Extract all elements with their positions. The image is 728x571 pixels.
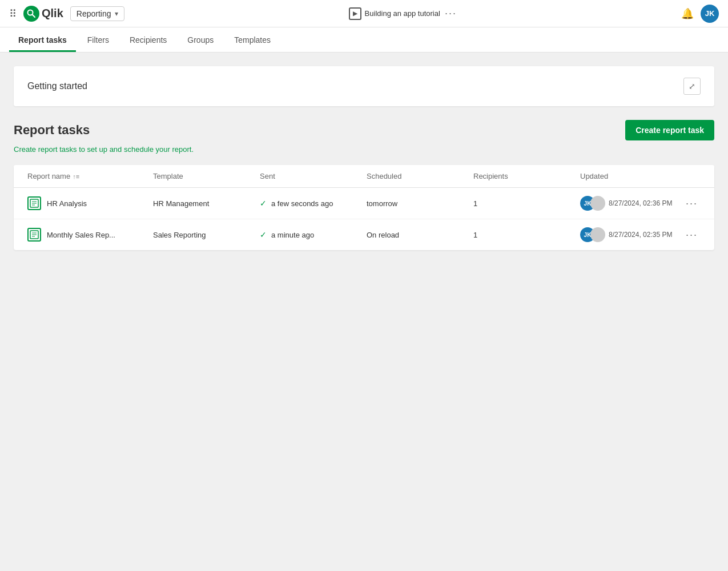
- tab-templates[interactable]: Templates: [225, 29, 280, 52]
- check-icon: ✓: [260, 199, 267, 208]
- sent-text: a minute ago: [271, 231, 314, 239]
- report-name-cell: HR Analysis: [23, 188, 148, 218]
- recipients-cell: 1: [469, 191, 576, 216]
- col-header-actions: [682, 165, 705, 187]
- table-header: Report name ↑≡ Template Sent Scheduled R…: [14, 165, 714, 188]
- nav-right: 🔔 JK: [681, 5, 719, 23]
- sent-cell: ✓ a minute ago: [255, 222, 362, 247]
- getting-started-title: Getting started: [27, 81, 87, 91]
- row-actions: ···: [682, 191, 705, 216]
- svg-line-1: [33, 14, 35, 17]
- qlik-logo-circle: [23, 6, 39, 22]
- tab-recipients[interactable]: Recipients: [120, 29, 176, 52]
- tab-filters[interactable]: Filters: [78, 29, 118, 52]
- update-date: 8/27/2024, 02:36 PM: [609, 199, 672, 207]
- avatar-secondary: [590, 227, 605, 242]
- tutorial-label: Building an app tutorial: [365, 9, 440, 18]
- sort-icon[interactable]: ↑≡: [73, 173, 79, 180]
- col-header-sent: Sent: [255, 165, 362, 187]
- section-header: Report tasks Create report task: [14, 120, 714, 140]
- main-content: Getting started ⤢ Report tasks Create re…: [0, 53, 728, 264]
- more-options-button[interactable]: ···: [445, 7, 457, 19]
- section-subtitle: Create report tasks to set up and schedu…: [14, 145, 714, 154]
- getting-started-card: Getting started ⤢: [14, 66, 714, 106]
- check-icon: ✓: [260, 230, 267, 239]
- chevron-down-icon: ▾: [115, 10, 118, 18]
- app-selector-label: Reporting: [77, 9, 111, 18]
- row-more-button[interactable]: ···: [682, 227, 701, 243]
- tab-groups[interactable]: Groups: [178, 29, 223, 52]
- col-header-recipients: Recipients: [469, 165, 576, 187]
- template-cell: HR Management: [148, 191, 255, 216]
- row-more-button[interactable]: ···: [682, 195, 701, 212]
- update-date: 8/27/2024, 02:35 PM: [609, 231, 672, 239]
- col-header-updated: Updated: [576, 165, 682, 187]
- grid-icon[interactable]: ⠿: [9, 7, 17, 20]
- report-icon: [27, 228, 41, 242]
- col-header-scheduled: Scheduled: [362, 165, 469, 187]
- scheduled-cell: On reload: [362, 223, 469, 247]
- update-info: 8/27/2024, 02:36 PM: [609, 199, 672, 207]
- app-selector[interactable]: Reporting ▾: [70, 6, 124, 21]
- avatar-group: JK: [580, 196, 605, 211]
- report-tasks-table: Report name ↑≡ Template Sent Scheduled R…: [14, 165, 714, 250]
- table-row: HR Analysis HR Management ✓ a few second…: [14, 188, 714, 219]
- report-name-text: HR Analysis: [47, 199, 87, 208]
- sent-cell: ✓ a few seconds ago: [255, 191, 362, 216]
- tutorial-badge: ▶ Building an app tutorial: [349, 7, 440, 20]
- scheduled-cell: tomorrow: [362, 191, 469, 216]
- page-title: Report tasks: [14, 123, 90, 138]
- col-header-template: Template: [148, 165, 255, 187]
- template-cell: Sales Reporting: [148, 223, 255, 247]
- avatar-secondary: [590, 196, 605, 211]
- row-actions: ···: [682, 222, 705, 248]
- top-navigation: ⠿ Qlik Reporting ▾ ▶ Building an app tut…: [0, 0, 728, 27]
- tab-report-tasks[interactable]: Report tasks: [9, 29, 76, 52]
- tab-navigation: Report tasks Filters Recipients Groups T…: [0, 27, 728, 53]
- avatar-group: JK: [580, 227, 605, 242]
- report-name-text: Monthly Sales Rep...: [47, 231, 115, 239]
- expand-button[interactable]: ⤢: [683, 78, 701, 95]
- report-icon: [27, 196, 41, 210]
- qlik-wordmark: Qlik: [42, 7, 63, 20]
- report-name-cell: Monthly Sales Rep...: [23, 220, 148, 250]
- create-report-task-button[interactable]: Create report task: [625, 120, 714, 140]
- updated-cell: JK 8/27/2024, 02:35 PM: [576, 219, 682, 250]
- col-header-report-name: Report name ↑≡: [23, 165, 148, 187]
- table-row: Monthly Sales Rep... Sales Reporting ✓ a…: [14, 219, 714, 250]
- nav-center: ▶ Building an app tutorial ···: [131, 7, 675, 20]
- recipients-cell: 1: [469, 223, 576, 247]
- notification-bell-icon[interactable]: 🔔: [681, 7, 694, 20]
- sent-text: a few seconds ago: [271, 199, 333, 208]
- tutorial-icon: ▶: [349, 7, 361, 20]
- qlik-logo: Qlik: [23, 6, 63, 22]
- user-avatar[interactable]: JK: [701, 5, 719, 23]
- updated-cell: JK 8/27/2024, 02:36 PM: [576, 188, 682, 219]
- update-info: 8/27/2024, 02:35 PM: [609, 231, 672, 239]
